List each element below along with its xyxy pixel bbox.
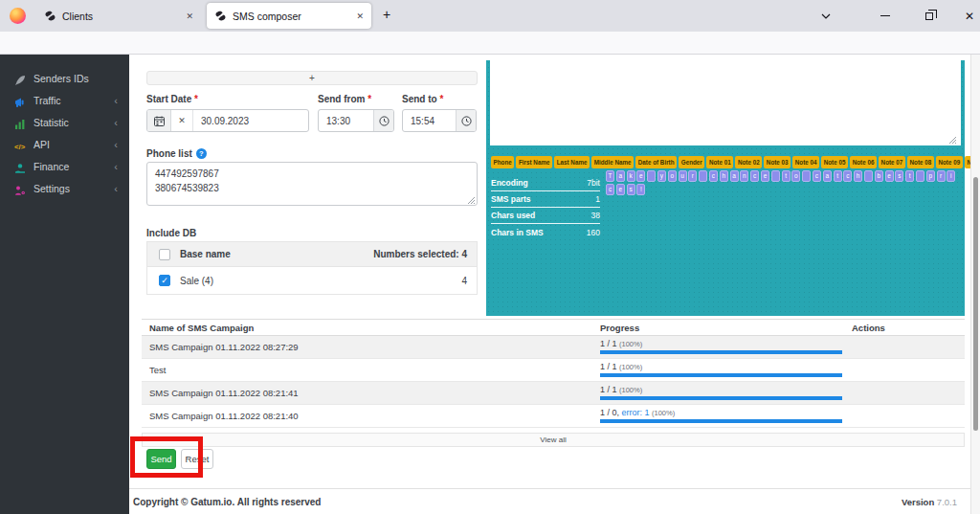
merge-tag-chip[interactable]: Note 08 (907, 156, 934, 168)
progress-percent: (100%) (619, 363, 642, 371)
help-icon[interactable]: ? (196, 148, 207, 159)
merge-tags-row: PhoneFirst NameLast NameMiddle NameDate … (491, 156, 962, 168)
stat-row: Encoding7bit (491, 175, 600, 191)
phone-list-textarea[interactable]: 447492597867 380674539823 (146, 162, 478, 206)
tab-close-icon[interactable]: ✕ (186, 11, 193, 21)
campaign-progress: 1 / 1 (100%) (598, 359, 850, 381)
stat-value: 1 (595, 194, 600, 204)
progress-count: 1 / 1 (600, 385, 619, 394)
clear-date-icon[interactable]: ✕ (171, 110, 193, 131)
tab-title: SMS composer (233, 11, 350, 22)
calendar-icon[interactable] (147, 110, 171, 131)
sidebar-item-settings[interactable]: Settings‹ (0, 177, 129, 199)
merge-tag-chip[interactable]: Note 05 (821, 156, 848, 168)
start-date-label: Start Date * (146, 94, 198, 104)
send-to-label: Send to * (402, 94, 443, 104)
chevron-left-icon[interactable]: ‹ (114, 117, 118, 128)
char-box (864, 170, 873, 182)
tab-title: Clients (62, 11, 180, 22)
char-box (699, 170, 707, 182)
sidebar-item-statistic[interactable]: Statistic‹ (0, 111, 129, 133)
char-box: e (636, 170, 645, 182)
merge-tag-chip[interactable]: Last Name (554, 156, 590, 168)
char-box (771, 170, 780, 182)
tab-clients[interactable]: Clients ✕ (36, 0, 201, 32)
char-box: t (834, 170, 842, 182)
char-box: c (750, 170, 759, 182)
stat-value: 160 (587, 228, 600, 237)
char-box: ! (636, 184, 645, 195)
merge-tag-chip[interactable]: Gender (679, 156, 704, 168)
view-all-link[interactable]: View all (142, 433, 965, 447)
sidebar-item-senders-ids[interactable]: Senders IDs (0, 67, 129, 89)
sidebar-item-label: Statistic (33, 117, 69, 128)
include-db-label: Include DB (146, 228, 196, 238)
copyright-text: Copyright © Gatum.io. All rights reserve… (133, 497, 321, 507)
chevron-left-icon[interactable]: ‹ (114, 139, 118, 150)
send-from-value[interactable]: 13:30 (319, 110, 373, 131)
char-box: t (782, 170, 791, 182)
progress-error-link[interactable]: error: 1 (622, 408, 653, 417)
char-box: e (761, 170, 769, 182)
db-table-header: Base name Numbers selected: 4 (147, 242, 477, 267)
merge-tag-chip[interactable]: Note 04 (792, 156, 819, 168)
sidebar-item-traffic[interactable]: Traffic‹ (0, 89, 129, 111)
send-to-value[interactable]: 15:54 (403, 110, 456, 131)
stat-row: Chars used38 (491, 208, 600, 224)
char-box (916, 170, 924, 182)
progress-text: 1 / 1 (100%) (600, 363, 850, 371)
merge-tag-chip[interactable]: First Name (516, 156, 552, 168)
code-icon: </> (14, 139, 26, 150)
red-annotation-box (130, 436, 203, 478)
char-box: h (720, 170, 728, 182)
version-text: Version 7.0.1 (902, 497, 957, 507)
list-tabs-chevron-icon[interactable] (812, 0, 840, 32)
merge-tag-chip[interactable]: Note 06 (850, 156, 877, 168)
chevron-left-icon[interactable]: ‹ (114, 183, 118, 194)
message-textarea[interactable] (490, 60, 961, 145)
campaign-row: SMS Campaign 01.11.2022 08:27:291 / 1 (1… (142, 336, 965, 359)
merge-tag-chip[interactable]: Date of Birth (635, 156, 677, 168)
tab-close-icon[interactable]: ✕ (356, 11, 364, 21)
merge-tag-chip[interactable]: Note 07 (879, 156, 905, 168)
chevron-left-icon[interactable]: ‹ (114, 161, 118, 172)
window-minimize-button[interactable] (871, 0, 900, 32)
new-tab-button[interactable]: + (383, 7, 390, 22)
firefox-logo-icon[interactable] (10, 8, 26, 24)
sidebar-item-label: Settings (33, 183, 70, 194)
window-restore-button[interactable] (915, 0, 944, 32)
start-date-value[interactable]: 30.09.2023 (193, 110, 308, 131)
merge-tag-chip[interactable]: Note 01 (706, 156, 733, 168)
merge-tag-chip[interactable]: Note 09 (936, 156, 963, 168)
campaign-row: Test1 / 1 (100%) (142, 359, 965, 382)
campaign-actions (850, 359, 965, 381)
merge-tag-chip[interactable]: Phone (491, 156, 514, 168)
progress-bar (600, 350, 842, 354)
sidebar-item-finance[interactable]: Finance‹ (0, 155, 129, 177)
window-close-button[interactable]: ✕ (955, 0, 980, 32)
row-checkbox[interactable]: ✓ (159, 275, 170, 286)
gatum-favicon-icon (214, 10, 227, 22)
progress-count: 1 / 0, (600, 408, 622, 417)
tab-sms-composer[interactable]: SMS composer ✕ (207, 3, 371, 29)
merge-tag-chip[interactable]: Note 03 (764, 156, 791, 168)
merge-tag-chip[interactable]: Note 02 (735, 156, 762, 168)
campaign-actions (850, 382, 965, 404)
select-all-checkbox[interactable] (159, 249, 170, 260)
phone-list-label: Phone list ? (146, 148, 207, 159)
include-db-table: Base name Numbers selected: 4 ✓Sale (4)4 (146, 241, 478, 295)
campaign-row: SMS Campaign 01.11.2022 08:21:401 / 0, e… (142, 405, 965, 428)
db-row[interactable]: ✓Sale (4)4 (147, 267, 477, 294)
add-field-button[interactable]: + (146, 71, 478, 85)
page-scrollbar-thumb[interactable] (973, 177, 978, 431)
char-box: t (905, 170, 914, 182)
message-char-boxes: Takeyourchancetocatchbestprices! (606, 170, 962, 195)
sidebar-item-label: API (33, 139, 50, 150)
clock-icon[interactable] (373, 110, 393, 131)
clock-icon[interactable] (456, 110, 476, 131)
sidebar-item-api[interactable]: </>API‹ (0, 133, 129, 155)
chevron-left-icon[interactable]: ‹ (114, 95, 118, 106)
stat-row: Chars in SMS160 (491, 224, 600, 240)
progress-text: 1 / 1 (100%) (600, 386, 850, 394)
merge-tag-chip[interactable]: Middle Name (591, 156, 634, 168)
